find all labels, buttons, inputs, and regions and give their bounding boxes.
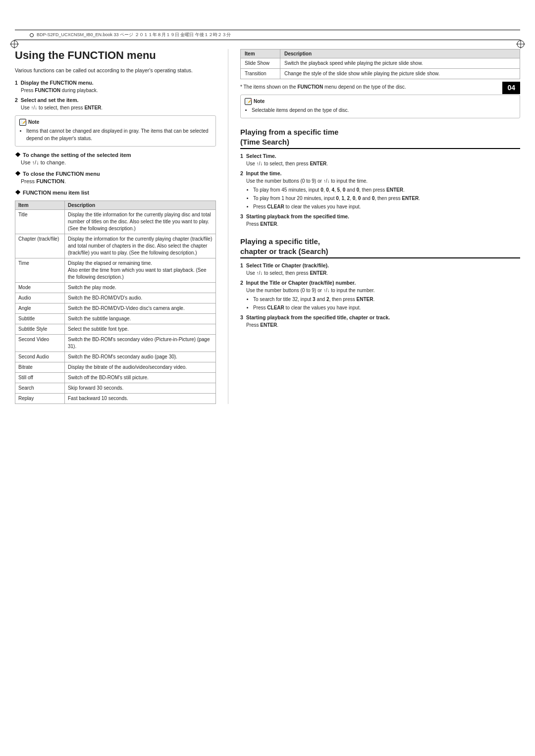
note-bullets-right: Selectable items depend on the type of d…	[245, 106, 516, 114]
table-row: Bitrate Display the bitrate of the audio…	[15, 362, 216, 373]
time-step-3-title: Starting playback from the specified tim…	[246, 213, 349, 219]
table-row: Chapter (track/file) Display the informa…	[15, 234, 216, 258]
time-step-3-body: Press ENTER.	[240, 220, 520, 228]
diamond-label-2: To close the FUNCTION menu	[23, 171, 100, 177]
search-step-1-title: Select Title or Chapter (track/file).	[246, 262, 329, 268]
table-cell-item: Chapter (track/file)	[15, 234, 65, 258]
search-step-3: 3 Starting playback from the specified t…	[240, 314, 520, 329]
table-cell-item: Angle	[15, 303, 65, 314]
section-title-time-search: Playing from a specific time(Time Search…	[240, 127, 520, 149]
right-table-body: Slide Show Switch the playback speed whi…	[241, 58, 520, 79]
table-row: Replay Fast backward 10 seconds.	[15, 394, 216, 404]
diamond-icon-2: ❖	[15, 170, 21, 177]
note-icon-left: 📝	[19, 119, 26, 126]
table-row: Title Display the title information for …	[15, 210, 216, 234]
table-cell-desc: Switch the BD-ROM/DVD's audio.	[65, 293, 216, 303]
table-row: Time Display the elapsed or remaining ti…	[15, 258, 216, 283]
table-cell-item: Audio	[15, 293, 65, 303]
table-cell-desc: Display the bitrate of the audio/video/s…	[65, 362, 216, 373]
step-1-title: Display the FUNCTION menu.	[21, 80, 94, 86]
note-icon-right: 📝	[245, 98, 252, 105]
step-2-title: Select and set the item.	[21, 97, 79, 103]
table-cell-desc: Change the style of the slide show while…	[280, 69, 520, 79]
step-1: 1 Display the FUNCTION menu. Press FUNCT…	[15, 80, 216, 94]
right-table-header-desc: Description	[280, 50, 520, 58]
table-row: Angle Switch the BD-ROM/DVD-Video disc's…	[15, 303, 216, 314]
table-row: Second Audio Switch the BD-ROM's seconda…	[15, 352, 216, 362]
table-cell-desc: Switch the BD-ROM's secondary audio (pag…	[65, 352, 216, 362]
bullet-title32: To search for title 32, input 3 and 2, t…	[253, 296, 520, 303]
table-cell-item: Replay	[15, 394, 65, 404]
search-step-2-bullets: To search for title 32, input 3 and 2, t…	[246, 296, 520, 311]
reg-mark-tr	[516, 40, 525, 49]
table-cell-item: Subtitle Style	[15, 324, 65, 335]
search-step-2: 2 Input the Title or Chapter (track/file…	[240, 280, 520, 311]
diamond-body-1: Use ↑/↓ to change.	[15, 159, 216, 165]
bullet-1h20: To play from 1 hour 20 minutes, input 0,…	[253, 195, 520, 202]
bullet-clear-search: Press CLEAR to clear the values you have…	[253, 304, 520, 311]
search-step-2-header: 2 Input the Title or Chapter (track/file…	[240, 280, 520, 286]
page-badge: 04	[502, 82, 520, 94]
diamond-close-menu: ❖ To close the FUNCTION menu Press FUNCT…	[15, 170, 216, 184]
diamond-item-list: ❖ FUNCTION menu item list	[15, 189, 216, 196]
time-step-2: 2 Input the time. Use the number buttons…	[240, 170, 520, 210]
table-row: Slide Show Switch the playback speed whi…	[241, 58, 520, 69]
table-cell-desc: Skip forward 30 seconds.	[65, 383, 216, 394]
table-body: Title Display the title information for …	[15, 210, 216, 404]
note-bullets-left: Items that cannot be changed are display…	[19, 127, 212, 142]
table-cell-desc: Switch the BD-ROM's secondary video (Pic…	[65, 335, 216, 352]
table-cell-item: Subtitle	[15, 314, 65, 324]
table-row: Still off Switch off the BD-ROM's still …	[15, 373, 216, 383]
search-step-1-num: 1	[240, 262, 246, 268]
diamond-title-3: ❖ FUNCTION menu item list	[15, 189, 216, 196]
main-title: Using the FUNCTION menu	[15, 49, 216, 62]
header-dot	[30, 33, 34, 37]
time-step-2-num: 2	[240, 170, 246, 176]
table-cell-desc: Select the subtitle font type.	[65, 324, 216, 335]
time-step-3: 3 Starting playback from the specified t…	[240, 213, 520, 228]
page: BDP-S2FD_UCXCNSM_IB0_EN.book 33 ページ ２０１１…	[0, 30, 535, 756]
time-step-1: 1 Select Time. Use ↑/↓ to select, then p…	[240, 153, 520, 167]
step-1-body: Press FUNCTION during playback.	[15, 87, 216, 94]
function-table: Item Description Title Display the title…	[15, 201, 216, 404]
reg-mark-tl	[10, 40, 19, 49]
table-cell-item: Second Audio	[15, 352, 65, 362]
right-table-header-item: Item	[241, 50, 280, 58]
search-step-2-title: Input the Title or Chapter (track/file) …	[246, 280, 356, 286]
note-box-right: 📝 Note Selectable items depend on the ty…	[240, 95, 520, 118]
header-file-info: BDP-S2FD_UCXCNSM_IB0_EN.book 33 ページ ２０１１…	[37, 32, 231, 38]
search-step-1-header: 1 Select Title or Chapter (track/file).	[240, 262, 520, 268]
table-header-item: Item	[15, 201, 65, 210]
time-step-3-num: 3	[240, 213, 246, 219]
table-cell-item: Mode	[15, 283, 65, 293]
right-top-table-wrap: Item Description Slide Show Switch the p…	[240, 49, 520, 79]
step-2: 2 Select and set the item. Use ↑/↓ to se…	[15, 97, 216, 111]
table-cell-item: Bitrate	[15, 362, 65, 373]
search-step-3-title: Starting playback from the specified tit…	[246, 314, 390, 320]
diamond-label-3: FUNCTION menu item list	[23, 190, 89, 196]
step-2-body: Use ↑/↓ to select, then press ENTER.	[15, 104, 216, 111]
time-step-1-header: 1 Select Time.	[240, 153, 520, 159]
step-2-num: 2	[15, 97, 21, 103]
two-col-layout: Using the FUNCTION menu Various function…	[15, 40, 520, 404]
table-cell-item: Search	[15, 383, 65, 394]
diamond-title-2: ❖ To close the FUNCTION menu	[15, 170, 216, 177]
diamond-title-1: ❖ To change the setting of the selected …	[15, 151, 216, 158]
table-row: Search Skip forward 30 seconds.	[15, 383, 216, 394]
diamond-change-setting: ❖ To change the setting of the selected …	[15, 151, 216, 165]
search-step-1: 1 Select Title or Chapter (track/file). …	[240, 262, 520, 277]
diamond-icon-3: ❖	[15, 189, 21, 196]
table-cell-desc: Display the information for the currentl…	[65, 234, 216, 258]
section-title-search: Playing a specific title,chapter or trac…	[240, 237, 520, 258]
table-cell-desc: Display the title information for the cu…	[65, 210, 216, 234]
table-cell-item: Slide Show	[241, 58, 280, 69]
time-step-1-body: Use ↑/↓ to select, then press ENTER.	[240, 160, 520, 167]
table-cell-desc: Switch the play mode.	[65, 283, 216, 293]
time-step-2-title: Input the time.	[246, 170, 282, 176]
table-cell-item: Second Video	[15, 335, 65, 352]
left-column: Using the FUNCTION menu Various function…	[15, 49, 228, 404]
table-row: Subtitle Switch the subtitle language.	[15, 314, 216, 324]
note-label-right: Note	[254, 98, 265, 105]
table-cell-item: Still off	[15, 373, 65, 383]
note-label-left: Note	[28, 118, 39, 126]
